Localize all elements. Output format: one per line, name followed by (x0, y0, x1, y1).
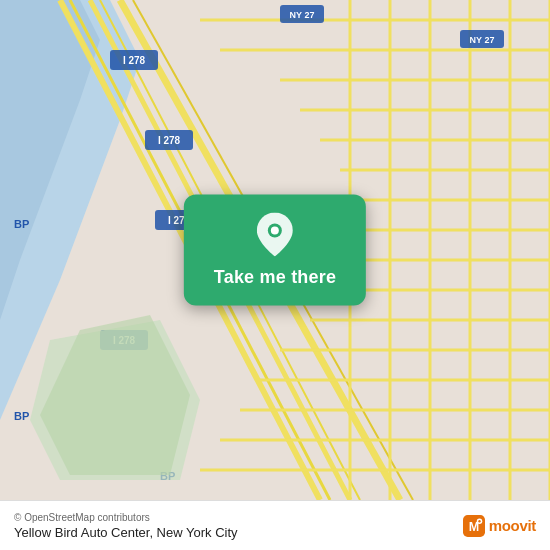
svg-text:NY 27: NY 27 (470, 35, 495, 45)
navigate-card[interactable]: Take me there (184, 195, 366, 306)
bottom-bar: © OpenStreetMap contributors Yellow Bird… (0, 500, 550, 550)
svg-text:I 278: I 278 (123, 55, 146, 66)
map-attribution: © OpenStreetMap contributors (14, 512, 238, 523)
moovit-logo-icon: M (463, 515, 485, 537)
location-pin-icon (253, 213, 297, 257)
svg-point-49 (271, 227, 279, 235)
moovit-logo: M moovit (463, 515, 536, 537)
moovit-brand-text: moovit (489, 517, 536, 534)
svg-text:I 278: I 278 (158, 135, 181, 146)
take-me-there-button[interactable]: Take me there (214, 267, 336, 288)
svg-text:NY 27: NY 27 (290, 10, 315, 20)
svg-text:BP: BP (14, 218, 29, 230)
map-container: I 278 I 278 I 278 I 278 NY 27 NY 27 BP B… (0, 0, 550, 500)
location-name: Yellow Bird Auto Center, New York City (14, 525, 238, 540)
svg-text:BP: BP (14, 410, 29, 422)
svg-point-53 (478, 520, 480, 522)
